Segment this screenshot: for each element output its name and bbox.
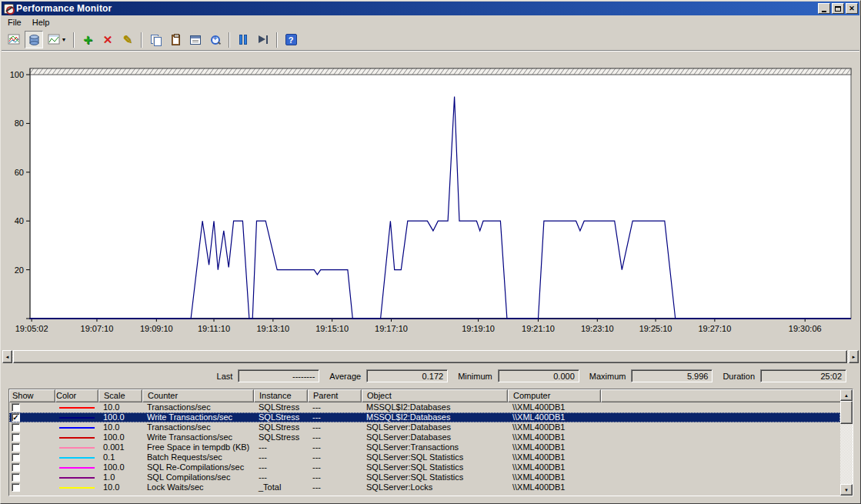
scroll-left-icon: ◄ xyxy=(5,355,10,359)
svg-text:19:11:10: 19:11:10 xyxy=(198,324,230,333)
show-checkbox[interactable] xyxy=(12,453,20,462)
table-row[interactable]: 10.0Transactions/secSQLStress---MSSQL$I2… xyxy=(9,402,840,412)
table-vertical-scrollbar[interactable]: ▲ ▼ xyxy=(840,389,853,496)
table-header-row: Show Color Scale Counter Instance Parent… xyxy=(9,389,853,402)
cell-computer: \\XML400DB1 xyxy=(508,412,601,422)
show-checkbox[interactable] xyxy=(12,433,20,442)
delete-icon: ✕ xyxy=(103,34,113,45)
view-current-activity-button[interactable] xyxy=(5,31,23,48)
cell-parent: --- xyxy=(308,402,362,412)
header-parent[interactable]: Parent xyxy=(308,389,362,402)
copy-properties-button[interactable] xyxy=(146,31,165,48)
color-swatch xyxy=(59,417,95,419)
add-counter-button[interactable]: + xyxy=(78,31,97,48)
pencil-icon: ✎ xyxy=(123,34,133,45)
table-row[interactable]: 0.1Batch Requests/sec------SQLServer:SQL… xyxy=(9,452,840,462)
svg-text:19:15:10: 19:15:10 xyxy=(315,324,349,333)
scroll-right-button[interactable]: ► xyxy=(849,350,859,363)
header-object[interactable]: Object xyxy=(362,389,508,402)
toolbar-separator xyxy=(276,32,278,48)
cell-counter: SQL Compilations/sec xyxy=(142,472,254,482)
show-checkbox[interactable] xyxy=(12,403,20,412)
table-row[interactable]: ✓100.0Write Transactions/secSQLStress---… xyxy=(9,412,840,422)
show-checkbox[interactable] xyxy=(12,443,20,452)
cell-show xyxy=(9,452,55,462)
magnifier-icon: + xyxy=(210,35,221,45)
cell-instance: SQLStress xyxy=(254,432,308,442)
add-icon: + xyxy=(83,32,92,48)
last-label: Last xyxy=(217,372,233,381)
maximum-value: 5.996 xyxy=(631,369,712,382)
cell-object: MSSQL$I2:Databases xyxy=(362,402,508,412)
show-checkbox[interactable] xyxy=(12,463,20,472)
table-row[interactable]: 10.0Transactions/secSQLStress---SQLServe… xyxy=(9,422,840,432)
title-bar[interactable]: Performance Monitor ✕ xyxy=(2,2,859,15)
cell-fill xyxy=(601,432,840,442)
scrollbar-thumb[interactable] xyxy=(13,350,847,363)
header-counter[interactable]: Counter xyxy=(142,389,254,402)
view-log-data-button[interactable] xyxy=(25,31,43,48)
cell-fill xyxy=(601,402,840,412)
color-swatch xyxy=(59,467,95,469)
cell-object: SQLServer:Locks xyxy=(362,482,508,492)
table-row[interactable]: 0.001Free Space in tempdb (KB)------SQLS… xyxy=(9,442,840,452)
scroll-right-icon: ► xyxy=(852,355,856,359)
show-checkbox[interactable] xyxy=(12,483,20,492)
cell-scale: 0.1 xyxy=(98,452,142,462)
zoom-button[interactable]: + xyxy=(206,31,225,48)
cell-counter: Transactions/sec xyxy=(142,422,254,432)
highlight-button[interactable]: ✎ xyxy=(118,31,137,48)
cell-scale: 100.0 xyxy=(98,462,142,472)
show-checkbox[interactable] xyxy=(12,423,20,432)
scroll-left-button[interactable]: ◄ xyxy=(2,350,12,363)
maximum-label: Maximum xyxy=(589,372,626,381)
cell-instance: --- xyxy=(254,462,308,472)
properties-icon xyxy=(190,35,201,45)
menu-help[interactable]: Help xyxy=(27,16,55,28)
cell-computer: \\XML400DB1 xyxy=(508,482,601,492)
cell-object: SQLServer:Transactions xyxy=(362,442,508,452)
step-forward-icon xyxy=(259,35,269,45)
header-show[interactable]: Show xyxy=(9,389,55,402)
menu-file[interactable]: File xyxy=(2,16,27,28)
table-row[interactable]: 10.0Lock Waits/sec_Total---SQLServer:Loc… xyxy=(9,482,840,492)
update-data-button[interactable] xyxy=(254,31,272,48)
svg-text:19:25:10: 19:25:10 xyxy=(639,324,672,333)
cell-computer: \\XML400DB1 xyxy=(508,442,601,452)
header-scale[interactable]: Scale xyxy=(98,389,142,402)
show-checkbox[interactable] xyxy=(12,473,20,482)
color-swatch xyxy=(59,437,95,439)
chart-time-scrollbar[interactable]: ◄ ► xyxy=(2,350,859,363)
show-checkbox[interactable]: ✓ xyxy=(12,413,20,422)
table-row[interactable]: 100.0Write Transactions/secSQLStress---S… xyxy=(9,432,840,442)
table-row[interactable]: 100.0SQL Re-Compilations/sec------SQLSer… xyxy=(9,462,840,472)
change-graph-type-button[interactable]: ▼ xyxy=(45,31,69,48)
cell-scale: 0.001 xyxy=(98,442,142,452)
chart-activity-icon xyxy=(8,34,20,45)
freeze-display-button[interactable] xyxy=(234,31,252,48)
table-row[interactable]: 1.0SQL Compilations/sec------SQLServer:S… xyxy=(9,472,840,482)
paste-counter-list-button[interactable] xyxy=(166,31,185,48)
scroll-down-button[interactable]: ▼ xyxy=(840,484,853,496)
header-computer[interactable]: Computer xyxy=(508,389,601,402)
svg-text:19:17:10: 19:17:10 xyxy=(375,324,408,333)
header-color[interactable]: Color xyxy=(55,389,98,402)
scroll-up-button[interactable]: ▲ xyxy=(840,389,853,401)
vscrollbar-thumb[interactable] xyxy=(840,401,853,424)
duration-label: Duration xyxy=(723,372,755,381)
minimize-button[interactable] xyxy=(818,3,830,14)
scroll-down-icon: ▼ xyxy=(844,488,849,492)
performance-chart: 1008060402019:05:0219:07:1019:09:1019:11… xyxy=(1,51,861,349)
maximize-button[interactable] xyxy=(832,3,844,14)
header-instance[interactable]: Instance xyxy=(254,389,308,402)
cell-show xyxy=(9,472,55,482)
cell-computer: \\XML400DB1 xyxy=(508,452,601,462)
delete-counter-button[interactable]: ✕ xyxy=(98,31,117,48)
cell-color xyxy=(55,402,98,412)
cell-parent: --- xyxy=(308,412,362,422)
properties-button[interactable] xyxy=(186,31,205,48)
close-button[interactable]: ✕ xyxy=(846,3,858,14)
performance-monitor-window: Performance Monitor ✕ File Help xyxy=(0,0,861,504)
color-swatch xyxy=(59,447,95,449)
help-button[interactable]: ? xyxy=(282,31,300,48)
